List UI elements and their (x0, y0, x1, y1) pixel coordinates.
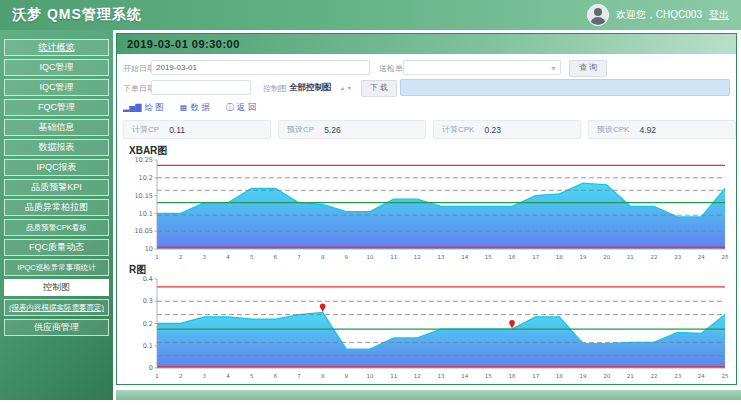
svg-text:10.1: 10.1 (139, 210, 153, 218)
cpk-stats-row: 计算CP0.11预设CP5.26计算CPK0.23预设CPK4.92 (123, 120, 736, 139)
svg-text:22: 22 (651, 373, 658, 379)
data-button[interactable]: ▦ 数 据 (180, 102, 210, 114)
stat-value: 0.23 (484, 125, 501, 135)
chevron-down-icon[interactable]: ▼ (550, 62, 557, 75)
bar-chart-icon: ▂▅▇ (123, 104, 141, 112)
stat-value: 0.11 (169, 125, 185, 135)
user-avatar[interactable] (587, 4, 609, 26)
sidebar-item-4[interactable]: 基础信息 (4, 119, 109, 136)
svg-text:0: 0 (149, 364, 153, 372)
sidebar-item-13[interactable]: (报表内容根据实际需要而定) (4, 299, 109, 316)
svg-text:20: 20 (603, 373, 610, 379)
svg-text:18: 18 (556, 254, 563, 260)
sidebar-item-10[interactable]: FQC质量动态 (4, 239, 109, 256)
back-label: 返 回 (237, 102, 256, 114)
outlier-point (509, 320, 515, 329)
page: 沃梦 QMS管理系统 欢迎您，CHQC003 登出 统计概览IQC管理IQC管理… (0, 0, 741, 407)
svg-text:10.2: 10.2 (139, 174, 153, 182)
svg-text:10: 10 (367, 373, 374, 379)
svg-text:10.05: 10.05 (134, 227, 153, 235)
stat-label: 预设CP (287, 124, 314, 135)
sidebar-item-9[interactable]: 品质预警CPK看板 (4, 219, 109, 236)
svg-text:10: 10 (145, 245, 153, 253)
stat-box-2: 计算CPK0.23 (433, 120, 581, 139)
sidebar-item-6[interactable]: IPQC报表 (4, 159, 109, 176)
svg-text:3: 3 (203, 254, 207, 260)
svg-text:11: 11 (390, 254, 397, 260)
download-button[interactable]: 下 载 (361, 80, 397, 97)
svg-text:4: 4 (226, 254, 230, 260)
outlier-point (320, 303, 326, 312)
doc-input[interactable]: ▼ (403, 60, 561, 75)
bottom-band (116, 390, 741, 400)
svg-text:21: 21 (627, 373, 634, 379)
svg-text:25: 25 (722, 373, 729, 379)
info-icon: ⓘ (226, 104, 234, 112)
sidebar-item-12[interactable]: 控制图 (4, 279, 109, 296)
svg-text:14: 14 (461, 373, 468, 379)
chart-toolbar: ▂▅▇ 绘 图 ▦ 数 据 ⓘ 返 回 (123, 102, 256, 114)
svg-text:14: 14 (461, 254, 468, 260)
sidebar-item-5[interactable]: 数据报表 (4, 139, 109, 156)
stat-box-0: 计算CP0.11 (123, 120, 271, 139)
datetime-bar: 2019-03-01 09:30:00 (117, 34, 736, 54)
xbar-chart: 1010.0510.110.1510.210.25123456789101112… (125, 155, 731, 261)
svg-text:23: 23 (674, 373, 681, 379)
order-date-input[interactable] (151, 80, 251, 95)
svg-text:19: 19 (580, 254, 587, 260)
svg-text:6: 6 (274, 373, 278, 379)
svg-text:10.25: 10.25 (134, 156, 153, 164)
start-date-input[interactable]: 2019-03-01 (151, 60, 370, 75)
sidebar-item-8[interactable]: 品质异常柏拉图 (4, 199, 109, 216)
svg-text:9: 9 (345, 254, 349, 260)
svg-text:10: 10 (367, 254, 374, 260)
data-label: 数 据 (190, 102, 209, 114)
svg-text:1: 1 (155, 254, 159, 260)
draw-button[interactable]: ▂▅▇ 绘 图 (123, 102, 164, 114)
svg-text:6: 6 (274, 254, 278, 260)
note-input[interactable] (400, 79, 730, 96)
sidebar-item-2[interactable]: IQC管理 (4, 79, 109, 96)
chart-type-label: 控制图 (263, 83, 287, 94)
svg-text:0.4: 0.4 (143, 275, 153, 283)
sidebar-item-1[interactable]: IQC管理 (4, 59, 109, 76)
stat-box-3: 预设CPK4.92 (588, 120, 736, 139)
svg-text:12: 12 (414, 373, 421, 379)
start-date-value: 2019-03-01 (156, 63, 197, 72)
svg-text:19: 19 (580, 373, 587, 379)
sidebar-menu: 统计概览IQC管理IQC管理FQC管理基础信息数据报表IPQC报表品质预警KPI… (0, 30, 113, 400)
logout-link[interactable]: 登出 (709, 8, 729, 22)
sidebar-item-0[interactable]: 统计概览 (4, 39, 109, 56)
sidebar-item-7[interactable]: 品质预警KPI (4, 179, 109, 196)
chart-type-select[interactable]: 全部控制图 (289, 82, 332, 94)
stat-box-1: 预设CP5.26 (278, 120, 426, 139)
svg-text:5: 5 (250, 373, 254, 379)
sidebar-item-3[interactable]: FQC管理 (4, 99, 109, 116)
svg-text:16: 16 (509, 373, 516, 379)
app-title: 沃梦 QMS管理系统 (12, 6, 142, 24)
svg-text:13: 13 (438, 373, 445, 379)
stat-label: 预设CPK (597, 124, 629, 135)
svg-text:18: 18 (556, 373, 563, 379)
svg-text:2: 2 (179, 254, 183, 260)
svg-text:22: 22 (651, 254, 658, 260)
search-button[interactable]: 查 询 (569, 60, 607, 77)
spinner-arrows-icon[interactable]: ▴ ▾ (341, 84, 352, 91)
svg-text:4: 4 (226, 373, 230, 379)
svg-text:11: 11 (390, 373, 397, 379)
svg-text:17: 17 (532, 254, 539, 260)
main-panel: 2019-03-01 09:30:00 开始日期 2019-03-01 送检单 … (116, 33, 737, 385)
svg-text:15: 15 (485, 373, 492, 379)
draw-label: 绘 图 (144, 102, 163, 114)
svg-text:0.1: 0.1 (143, 342, 153, 350)
svg-text:16: 16 (509, 254, 516, 260)
welcome-text: 欢迎您，CHQC003 (616, 8, 702, 22)
svg-text:13: 13 (438, 254, 445, 260)
stat-label: 计算CP (132, 124, 159, 135)
sidebar-item-11[interactable]: IPQC巡检异常事项统计 (4, 259, 109, 276)
sidebar-item-14[interactable]: 供应商管理 (4, 319, 109, 336)
back-button[interactable]: ⓘ 返 回 (226, 102, 256, 114)
svg-text:7: 7 (297, 254, 301, 260)
svg-text:8: 8 (321, 373, 325, 379)
svg-text:25: 25 (722, 254, 729, 260)
